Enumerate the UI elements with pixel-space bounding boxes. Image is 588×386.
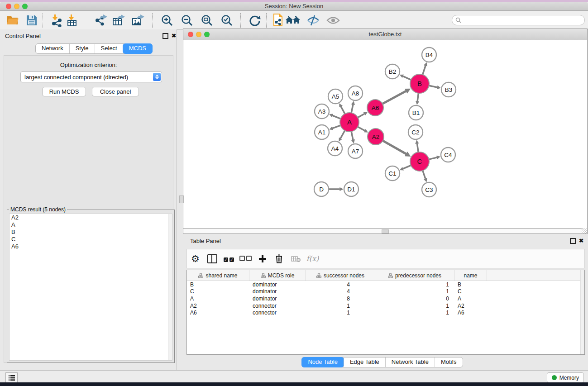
close-panel-icon[interactable]: ✖ <box>172 33 176 38</box>
tab-network-table[interactable]: Network Table <box>385 357 435 367</box>
tab-network[interactable]: Network <box>36 44 69 53</box>
column-header-successor-nodes[interactable]: successor nodes <box>306 270 375 281</box>
network-vscroll-thumb[interactable] <box>179 195 184 203</box>
delete-table-button[interactable] <box>287 251 304 267</box>
tab-select[interactable]: Select <box>95 44 123 53</box>
tab-node-table[interactable]: Node Table <box>301 357 344 367</box>
column-header-name[interactable]: name <box>454 270 487 281</box>
memory-button[interactable]: Memory <box>547 372 584 383</box>
node-D[interactable]: D <box>314 182 329 196</box>
cell[interactable]: dominator <box>249 288 306 295</box>
edge-C-C3[interactable] <box>422 170 425 179</box>
edge-B-B3[interactable] <box>428 86 437 87</box>
cell[interactable]: A6 <box>187 310 249 316</box>
node-B3[interactable]: B3 <box>441 82 456 97</box>
run-mcds-button[interactable]: Run MCDS <box>42 87 86 96</box>
zoom-fit-button[interactable] <box>199 13 215 28</box>
cell[interactable]: 0 <box>375 295 454 302</box>
column-header-MCDS-role[interactable]: MCDS role <box>249 270 306 281</box>
hide-graphics-details-button[interactable] <box>306 13 321 28</box>
criterion-select[interactable]: largest connected component (directed) <box>20 71 162 82</box>
tab-edge-table[interactable]: Edge Table <box>344 357 385 367</box>
cell[interactable]: A2 <box>187 303 249 309</box>
zoom-in-button[interactable] <box>159 13 175 28</box>
edge-B-B2[interactable] <box>403 76 412 80</box>
network-window-titlebar[interactable]: testGlobe.txt <box>183 29 587 40</box>
node-C2[interactable]: C2 <box>408 125 423 139</box>
node-C4[interactable]: C4 <box>441 148 455 162</box>
open-session-button[interactable] <box>5 13 20 28</box>
cell[interactable]: 8 <box>306 295 375 302</box>
cell[interactable]: B <box>187 281 249 288</box>
node-D1[interactable]: D1 <box>344 182 359 196</box>
edge-B-B1[interactable] <box>417 92 418 101</box>
node-A7[interactable]: A7 <box>348 144 363 158</box>
network-hscroll-thumb[interactable] <box>382 229 389 234</box>
cell[interactable]: 1 <box>375 288 454 295</box>
node-B2[interactable]: B2 <box>385 64 400 79</box>
edge-B-B4[interactable] <box>422 66 425 76</box>
show-graphics-details-button[interactable] <box>325 13 341 28</box>
cell[interactable]: 4 <box>306 281 375 288</box>
delete-column-button[interactable] <box>271 251 287 267</box>
deselect-all-button[interactable] <box>237 251 254 267</box>
result-item[interactable]: C <box>10 236 172 243</box>
node-C3[interactable]: C3 <box>422 182 436 197</box>
cell[interactable]: A <box>187 295 249 302</box>
edge-A-A8[interactable] <box>351 105 353 114</box>
edge-C-C4[interactable] <box>428 157 437 160</box>
select-all-button[interactable]: ✓✓ <box>220 251 237 267</box>
window-titlebar[interactable]: Session: New Session <box>0 2 588 11</box>
export-network-button[interactable] <box>93 13 109 28</box>
cell[interactable]: A <box>454 295 487 302</box>
network-canvas[interactable]: AA1A2A3A4A5A6A7A8BB1B2B3B4CC1C2C3C4DD1 <box>183 40 587 229</box>
cell[interactable]: C <box>187 288 249 295</box>
column-header-shared-name[interactable]: shared name <box>187 270 249 281</box>
edge-A-A7[interactable] <box>351 131 353 140</box>
import-table-button[interactable] <box>64 13 80 28</box>
network-hscrollbar[interactable] <box>183 228 587 234</box>
show-columns-button[interactable] <box>204 251 220 267</box>
node-A1[interactable]: A1 <box>315 125 329 139</box>
houses-button[interactable] <box>285 13 301 28</box>
node-A6[interactable]: A6 <box>367 100 383 116</box>
cell[interactable]: 4 <box>306 288 375 295</box>
cell[interactable]: 1 <box>375 281 454 288</box>
cell[interactable]: C <box>454 288 487 295</box>
edge-A-A3[interactable] <box>333 115 342 119</box>
node-C[interactable]: C <box>410 152 429 171</box>
table-row[interactable]: Adominator80A <box>187 295 584 302</box>
open-network-document-button[interactable] <box>270 13 286 28</box>
table-row[interactable]: A6connector11A6 <box>187 309 584 316</box>
cell[interactable]: A2 <box>454 303 487 309</box>
cell[interactable]: 1 <box>306 310 375 316</box>
result-item[interactable]: A6 <box>10 243 172 250</box>
result-item[interactable]: B <box>10 229 172 236</box>
table-scrollbar[interactable] <box>580 270 584 354</box>
edge-A-A4[interactable] <box>340 130 345 138</box>
import-network-button[interactable] <box>49 13 64 28</box>
node-B[interactable]: B <box>410 74 429 93</box>
table-float-icon[interactable] <box>570 238 576 244</box>
function-builder-button[interactable]: f(x) <box>304 251 321 267</box>
export-image-button[interactable] <box>130 13 146 28</box>
add-column-button[interactable] <box>254 251 271 267</box>
edge-A-A5[interactable] <box>341 106 345 114</box>
close-panel-button[interactable]: Close panel <box>92 87 139 96</box>
cell[interactable]: 1 <box>306 303 375 309</box>
cell[interactable]: dominator <box>249 295 306 302</box>
cell[interactable]: dominator <box>249 281 306 288</box>
cell[interactable]: connector <box>249 303 306 309</box>
result-scrollbar[interactable] <box>168 214 172 360</box>
edge-A6-B[interactable] <box>382 91 406 104</box>
export-table-button[interactable] <box>111 13 126 28</box>
node-C1[interactable]: C1 <box>385 166 400 181</box>
node-A3[interactable]: A3 <box>315 104 329 119</box>
node-A4[interactable]: A4 <box>328 141 342 156</box>
edge-A2-C[interactable] <box>382 140 406 154</box>
zoom-out-button[interactable] <box>179 13 195 28</box>
zoom-selected-button[interactable] <box>219 13 234 28</box>
tab-mcds[interactable]: MCDS <box>123 43 153 54</box>
save-session-button[interactable] <box>24 13 39 28</box>
node-A[interactable]: A <box>340 113 359 132</box>
